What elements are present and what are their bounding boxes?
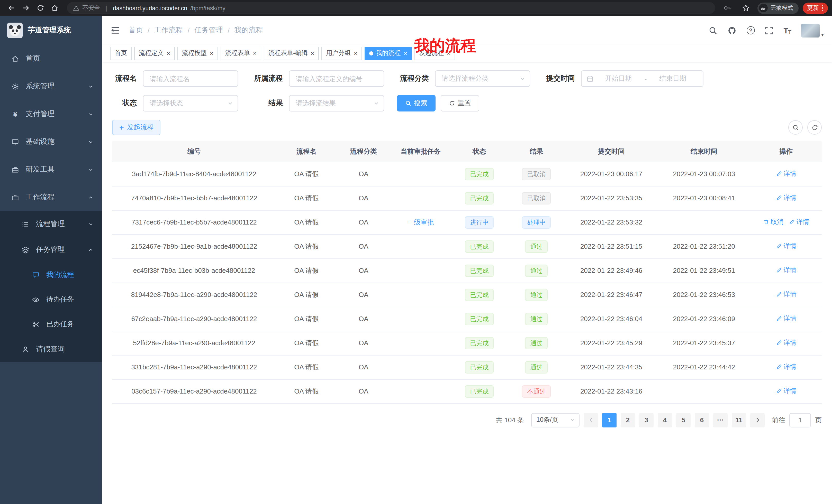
more-pages-button[interactable]: ··· (713, 413, 728, 427)
create-process-button[interactable]: 发起流程 (112, 120, 160, 135)
app-logo-row[interactable]: 芋道管理系统 (0, 16, 102, 45)
tab-my-process[interactable]: 我的流程× (365, 47, 412, 60)
detail-link[interactable]: 详情 (788, 218, 809, 227)
detail-link[interactable]: 详情 (776, 339, 796, 347)
url-host: dashboard.yudao.iocoder.cn (113, 5, 187, 11)
fullscreen-icon[interactable] (764, 26, 774, 35)
sidebar-item-process-management[interactable]: 流程管理 (0, 211, 102, 237)
detail-link[interactable]: 详情 (776, 242, 796, 251)
process-name-input[interactable] (143, 71, 238, 87)
cell-submit-time: 2022-01-22 23:43:16 (565, 379, 658, 403)
cancel-link[interactable]: 取消 (763, 218, 783, 227)
reload-icon[interactable] (33, 1, 47, 15)
sidebar-item-workflow[interactable]: 工作流程 (0, 184, 102, 211)
chevron-right-icon (755, 417, 760, 423)
chevron-down-icon (88, 167, 94, 172)
prev-page-button[interactable] (583, 413, 598, 427)
sidebar: 芋道管理系统 首页 系统管理 ¥ 支付管理 (0, 16, 102, 504)
close-icon[interactable]: × (404, 50, 407, 57)
breadcrumb-item[interactable]: 我的流程 (234, 26, 263, 35)
sidebar-item-task-management[interactable]: 任务管理 (0, 237, 102, 262)
cell-end-time: 2022-01-22 23:46:09 (658, 307, 751, 331)
address-bar[interactable]: 不安全 | dashboard.yudao.iocoder.cn/bpm/tas… (67, 2, 715, 14)
detail-link[interactable]: 详情 (776, 363, 796, 371)
tab-user-group[interactable]: 用户分组× (321, 47, 362, 60)
column-header-status: 状态 (451, 141, 508, 162)
app-frame: 芋道管理系统 首页 系统管理 ¥ 支付管理 (0, 16, 832, 504)
category-select[interactable]: 请选择流程分类 (435, 71, 530, 87)
sidebar-item-infrastructure[interactable]: 基础设施 (0, 128, 102, 156)
current-task-link[interactable]: 一级审批 (407, 218, 434, 226)
next-page-button[interactable] (750, 413, 765, 427)
page-button[interactable]: 4 (658, 413, 672, 427)
person-icon (22, 345, 29, 353)
page-button[interactable]: 6 (695, 413, 709, 427)
font-size-icon[interactable]: TT (783, 26, 791, 35)
detail-link[interactable]: 详情 (776, 170, 796, 178)
reset-button[interactable]: 重置 (441, 95, 479, 111)
help-icon[interactable]: ? (746, 26, 755, 34)
trash-icon (763, 219, 769, 225)
close-icon[interactable]: × (210, 50, 213, 57)
search-icon[interactable] (708, 26, 718, 35)
sidebar-item-my-process[interactable]: 我的流程 (0, 262, 102, 287)
page-button[interactable]: 5 (676, 413, 691, 427)
tab-process-form[interactable]: 流程表单× (220, 47, 261, 60)
tab-process-form-edit[interactable]: 流程表单-编辑× (264, 47, 319, 60)
cell-submit-time: 2022-01-22 23:53:35 (565, 186, 658, 210)
table-search-button[interactable] (788, 120, 803, 135)
detail-link[interactable]: 详情 (776, 387, 796, 396)
close-icon[interactable]: × (166, 50, 170, 57)
table-row: 67c2eaab-7b9a-11ec-a290-acde48001122 OA … (112, 307, 822, 331)
cell-id: 819442e8-7b9a-11ec-a290-acde48001122 (112, 283, 276, 307)
back-icon[interactable] (4, 1, 19, 15)
detail-link[interactable]: 详情 (776, 266, 796, 275)
detail-link[interactable]: 详情 (776, 290, 796, 299)
page-button[interactable]: 1 (602, 413, 617, 427)
sidebar-item-todo-tasks[interactable]: 待办任务 (0, 287, 102, 312)
password-key-icon[interactable] (720, 1, 734, 15)
update-button[interactable]: 更新 (802, 2, 828, 13)
detail-link[interactable]: 详情 (776, 194, 796, 202)
forward-icon[interactable] (19, 1, 33, 15)
tab-process-model[interactable]: 流程模型× (177, 47, 218, 60)
page-button[interactable]: 2 (621, 413, 635, 427)
page-size-select[interactable]: 10条/页 (531, 413, 579, 427)
chevron-up-icon (88, 194, 94, 200)
breadcrumb-item[interactable]: 首页 (129, 26, 143, 35)
close-icon[interactable]: × (311, 50, 314, 57)
collapse-sidebar-icon[interactable] (110, 25, 120, 35)
bookmark-star-icon[interactable] (739, 1, 753, 15)
detail-link[interactable]: 详情 (776, 314, 796, 323)
sidebar-item-devtools[interactable]: 研发工具 (0, 156, 102, 184)
search-button[interactable]: 搜索 (397, 95, 436, 111)
browser-menu-icon[interactable] (822, 5, 823, 11)
sidebar-item-leave-query[interactable]: 请假查询 (0, 337, 102, 362)
home-browser-icon[interactable] (47, 1, 62, 15)
page-button[interactable]: 3 (639, 413, 654, 427)
close-icon[interactable]: × (354, 50, 357, 57)
sidebar-nav: 首页 系统管理 ¥ 支付管理 基础设施 (0, 45, 102, 362)
submit-time-range-picker[interactable]: 开始日期 - 结束日期 (581, 71, 703, 87)
avatar[interactable] (801, 23, 820, 37)
result-select[interactable]: 请选择流结果 (289, 95, 384, 111)
tab-home[interactable]: 首页 (110, 47, 132, 60)
table-refresh-button[interactable] (807, 120, 822, 135)
close-icon[interactable]: × (447, 50, 450, 57)
close-icon[interactable]: × (253, 50, 257, 57)
sidebar-item-payment[interactable]: ¥ 支付管理 (0, 100, 102, 128)
tab-start-process[interactable]: 发起流程× (414, 47, 455, 60)
status-select[interactable]: 请选择状态 (143, 95, 238, 111)
sidebar-item-system[interactable]: 系统管理 (0, 73, 102, 100)
chevron-left-icon (588, 417, 594, 423)
tab-process-definition[interactable]: 流程定义× (134, 47, 175, 60)
user-menu[interactable]: ▾ (801, 23, 824, 37)
process-definition-input[interactable] (289, 71, 384, 87)
github-icon[interactable] (727, 26, 737, 35)
breadcrumb-item[interactable]: 工作流程 (154, 26, 183, 35)
page-button[interactable]: 11 (732, 413, 746, 427)
goto-page-input[interactable] (789, 413, 811, 427)
breadcrumb-item[interactable]: 任务管理 (194, 26, 223, 35)
sidebar-item-home[interactable]: 首页 (0, 45, 102, 73)
sidebar-item-done-tasks[interactable]: 已办任务 (0, 312, 102, 337)
